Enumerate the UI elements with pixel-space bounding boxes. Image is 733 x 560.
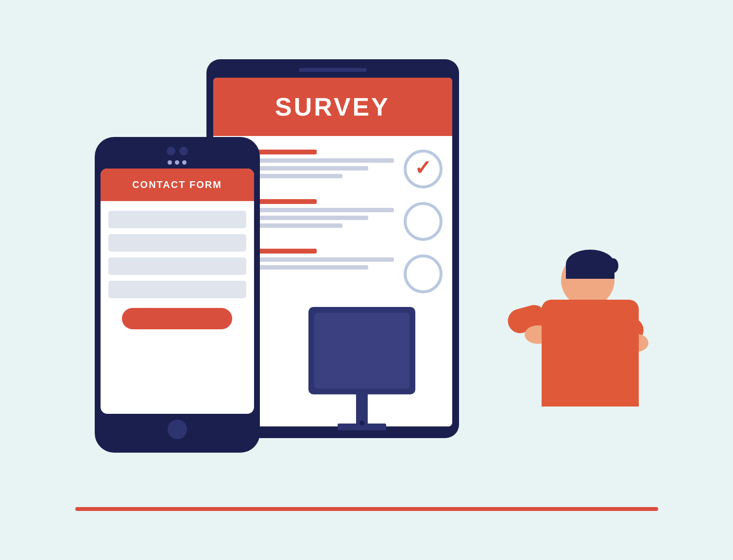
phone-header: CONTACT FORM bbox=[101, 169, 254, 201]
monitor-screen bbox=[314, 313, 409, 389]
person-hair-side bbox=[609, 258, 618, 273]
submit-button[interactable] bbox=[122, 308, 232, 329]
form-field-2[interactable] bbox=[108, 234, 246, 252]
phone-camera-dot bbox=[167, 147, 175, 155]
person-body bbox=[542, 300, 639, 407]
phone-dot-1 bbox=[168, 160, 172, 165]
tablet-header: SURVEY bbox=[213, 78, 452, 136]
phone-form bbox=[101, 201, 254, 414]
phone-home-button[interactable] bbox=[168, 420, 187, 439]
form-field-3[interactable] bbox=[108, 257, 246, 275]
survey-circle-2 bbox=[404, 202, 443, 241]
tablet-title: SURVEY bbox=[275, 92, 390, 121]
monitor-body bbox=[308, 307, 415, 394]
phone-top-bar bbox=[101, 145, 254, 155]
monitor-device bbox=[299, 307, 425, 430]
phone-title: CONTACT FORM bbox=[132, 179, 222, 190]
phone-dot-2 bbox=[175, 160, 179, 165]
person-illustration bbox=[503, 254, 648, 487]
person-hair bbox=[566, 250, 614, 279]
ground-line bbox=[75, 507, 658, 511]
phone-dot-3 bbox=[182, 160, 187, 165]
phone-device: CONTACT FORM bbox=[95, 137, 260, 453]
tablet-top-bar bbox=[299, 68, 367, 72]
main-scene: SURVEY bbox=[75, 50, 658, 511]
phone-speaker-dot bbox=[179, 147, 188, 155]
monitor-neck bbox=[356, 394, 368, 424]
phone-screen: CONTACT FORM bbox=[101, 169, 254, 414]
form-field-1[interactable] bbox=[108, 211, 246, 228]
survey-circle-1: ✓ bbox=[404, 150, 443, 188]
survey-circle-3 bbox=[404, 255, 443, 293]
form-field-4[interactable] bbox=[108, 281, 246, 298]
phone-dots-row bbox=[168, 160, 187, 165]
checkmark-icon: ✓ bbox=[414, 158, 431, 178]
